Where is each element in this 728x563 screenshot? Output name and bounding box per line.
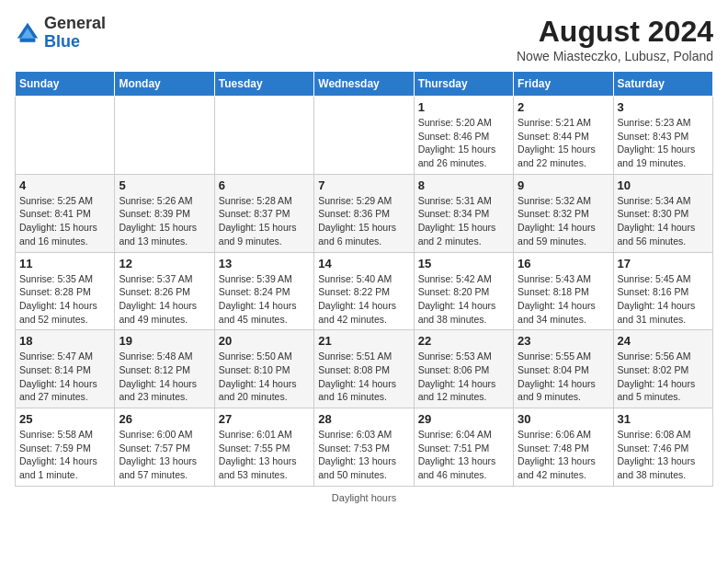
calendar-day xyxy=(214,97,313,175)
calendar-week-4: 18Sunrise: 5:47 AM Sunset: 8:14 PM Dayli… xyxy=(16,330,713,408)
calendar-day: 2Sunrise: 5:21 AM Sunset: 8:44 PM Daylig… xyxy=(514,97,613,175)
logo: General Blue xyxy=(15,15,106,52)
calendar-day: 23Sunrise: 5:55 AM Sunset: 8:04 PM Dayli… xyxy=(514,330,613,408)
calendar-day: 12Sunrise: 5:37 AM Sunset: 8:26 PM Dayli… xyxy=(115,252,214,330)
day-number: 29 xyxy=(418,412,509,426)
day-number: 4 xyxy=(19,178,110,192)
logo-text: General Blue xyxy=(44,15,106,52)
day-header-monday: Monday xyxy=(115,72,214,97)
calendar-header-row: SundayMondayTuesdayWednesdayThursdayFrid… xyxy=(16,72,713,97)
day-detail: Sunrise: 5:31 AM Sunset: 8:34 PM Dayligh… xyxy=(418,194,509,248)
day-detail: Sunrise: 5:56 AM Sunset: 8:02 PM Dayligh… xyxy=(618,350,709,404)
day-number: 7 xyxy=(318,178,409,192)
logo-blue: Blue xyxy=(44,32,80,51)
calendar-day: 8Sunrise: 5:31 AM Sunset: 8:34 PM Daylig… xyxy=(414,174,513,252)
day-number: 5 xyxy=(119,178,210,192)
calendar-day: 14Sunrise: 5:40 AM Sunset: 8:22 PM Dayli… xyxy=(314,252,414,330)
day-detail: Sunrise: 5:51 AM Sunset: 8:08 PM Dayligh… xyxy=(318,350,409,404)
day-detail: Sunrise: 6:08 AM Sunset: 7:46 PM Dayligh… xyxy=(618,428,709,482)
calendar-table: SundayMondayTuesdayWednesdayThursdayFrid… xyxy=(15,71,713,487)
day-detail: Sunrise: 5:40 AM Sunset: 8:22 PM Dayligh… xyxy=(318,272,409,327)
calendar-day: 20Sunrise: 5:50 AM Sunset: 8:10 PM Dayli… xyxy=(214,330,313,408)
calendar-day: 26Sunrise: 6:00 AM Sunset: 7:57 PM Dayli… xyxy=(115,408,214,487)
day-number: 23 xyxy=(518,334,609,348)
calendar-week-2: 4Sunrise: 5:25 AM Sunset: 8:41 PM Daylig… xyxy=(16,174,713,252)
day-detail: Sunrise: 5:20 AM Sunset: 8:46 PM Dayligh… xyxy=(418,116,509,170)
day-number: 16 xyxy=(518,257,609,270)
calendar-day: 19Sunrise: 5:48 AM Sunset: 8:12 PM Dayli… xyxy=(115,330,214,408)
day-number: 9 xyxy=(518,178,609,192)
day-detail: Sunrise: 6:04 AM Sunset: 7:51 PM Dayligh… xyxy=(418,428,509,482)
calendar-day: 10Sunrise: 5:34 AM Sunset: 8:30 PM Dayli… xyxy=(613,174,712,252)
day-detail: Sunrise: 5:55 AM Sunset: 8:04 PM Dayligh… xyxy=(518,350,609,404)
calendar-week-1: 1Sunrise: 5:20 AM Sunset: 8:46 PM Daylig… xyxy=(16,97,713,175)
logo-icon xyxy=(15,20,40,46)
day-number: 21 xyxy=(318,334,409,348)
calendar-day: 9Sunrise: 5:32 AM Sunset: 8:32 PM Daylig… xyxy=(514,174,613,252)
day-detail: Sunrise: 5:43 AM Sunset: 8:18 PM Dayligh… xyxy=(518,272,609,327)
calendar-week-5: 25Sunrise: 5:58 AM Sunset: 7:59 PM Dayli… xyxy=(16,408,713,487)
day-number: 17 xyxy=(618,257,709,270)
day-detail: Sunrise: 5:32 AM Sunset: 8:32 PM Dayligh… xyxy=(518,194,609,248)
day-number: 31 xyxy=(618,412,709,426)
day-number: 10 xyxy=(618,178,709,192)
day-detail: Sunrise: 5:58 AM Sunset: 7:59 PM Dayligh… xyxy=(19,428,110,482)
day-number: 8 xyxy=(418,178,509,192)
day-detail: Sunrise: 5:39 AM Sunset: 8:24 PM Dayligh… xyxy=(219,272,310,327)
day-number: 22 xyxy=(418,334,509,348)
day-detail: Sunrise: 5:35 AM Sunset: 8:28 PM Dayligh… xyxy=(19,272,110,327)
page-header: General Blue August 2024 Nowe Miasteczko… xyxy=(15,15,713,63)
calendar-day: 17Sunrise: 5:45 AM Sunset: 8:16 PM Dayli… xyxy=(613,252,712,330)
calendar-day: 31Sunrise: 6:08 AM Sunset: 7:46 PM Dayli… xyxy=(613,408,712,487)
calendar-day xyxy=(16,97,115,175)
calendar-day: 22Sunrise: 5:53 AM Sunset: 8:06 PM Dayli… xyxy=(414,330,513,408)
day-header-friday: Friday xyxy=(514,72,613,97)
location: Nowe Miasteczko, Lubusz, Poland xyxy=(517,49,713,63)
day-detail: Sunrise: 6:06 AM Sunset: 7:48 PM Dayligh… xyxy=(518,428,609,482)
day-detail: Sunrise: 5:29 AM Sunset: 8:36 PM Dayligh… xyxy=(318,194,409,248)
calendar-day: 6Sunrise: 5:28 AM Sunset: 8:37 PM Daylig… xyxy=(214,174,313,252)
day-detail: Sunrise: 6:03 AM Sunset: 7:53 PM Dayligh… xyxy=(318,428,409,482)
day-number: 12 xyxy=(119,257,210,270)
calendar-day: 30Sunrise: 6:06 AM Sunset: 7:48 PM Dayli… xyxy=(514,408,613,487)
calendar-day xyxy=(314,97,414,175)
day-number: 13 xyxy=(219,257,310,270)
day-detail: Sunrise: 5:25 AM Sunset: 8:41 PM Dayligh… xyxy=(19,194,110,248)
day-number: 18 xyxy=(19,334,110,348)
day-number: 20 xyxy=(219,334,310,348)
calendar-day: 18Sunrise: 5:47 AM Sunset: 8:14 PM Dayli… xyxy=(16,330,115,408)
footer-note: Daylight hours xyxy=(15,492,713,503)
calendar-day: 29Sunrise: 6:04 AM Sunset: 7:51 PM Dayli… xyxy=(414,408,513,487)
day-header-sunday: Sunday xyxy=(16,72,115,97)
day-number: 28 xyxy=(318,412,409,426)
day-number: 27 xyxy=(219,412,310,426)
calendar-day: 13Sunrise: 5:39 AM Sunset: 8:24 PM Dayli… xyxy=(214,252,313,330)
day-detail: Sunrise: 5:37 AM Sunset: 8:26 PM Dayligh… xyxy=(119,272,210,327)
calendar-day: 1Sunrise: 5:20 AM Sunset: 8:46 PM Daylig… xyxy=(414,97,513,175)
day-detail: Sunrise: 6:01 AM Sunset: 7:55 PM Dayligh… xyxy=(219,428,310,482)
day-number: 30 xyxy=(518,412,609,426)
calendar-day: 7Sunrise: 5:29 AM Sunset: 8:36 PM Daylig… xyxy=(314,174,414,252)
day-number: 3 xyxy=(618,100,709,114)
month-year: August 2024 xyxy=(517,15,713,49)
day-header-saturday: Saturday xyxy=(613,72,712,97)
calendar-day: 28Sunrise: 6:03 AM Sunset: 7:53 PM Dayli… xyxy=(314,408,414,487)
day-detail: Sunrise: 5:45 AM Sunset: 8:16 PM Dayligh… xyxy=(618,272,709,327)
day-number: 26 xyxy=(119,412,210,426)
day-number: 14 xyxy=(318,257,409,270)
day-number: 25 xyxy=(19,412,110,426)
day-detail: Sunrise: 5:23 AM Sunset: 8:43 PM Dayligh… xyxy=(618,116,709,170)
logo-general: General xyxy=(44,14,106,32)
day-detail: Sunrise: 5:26 AM Sunset: 8:39 PM Dayligh… xyxy=(119,194,210,248)
day-header-wednesday: Wednesday xyxy=(314,72,414,97)
calendar-week-3: 11Sunrise: 5:35 AM Sunset: 8:28 PM Dayli… xyxy=(16,252,713,330)
calendar-day: 16Sunrise: 5:43 AM Sunset: 8:18 PM Dayli… xyxy=(514,252,613,330)
day-number: 24 xyxy=(618,334,709,348)
day-number: 2 xyxy=(518,100,609,114)
day-number: 19 xyxy=(119,334,210,348)
day-number: 6 xyxy=(219,178,310,192)
day-detail: Sunrise: 5:34 AM Sunset: 8:30 PM Dayligh… xyxy=(618,194,709,248)
day-detail: Sunrise: 5:21 AM Sunset: 8:44 PM Dayligh… xyxy=(518,116,609,170)
calendar-day: 27Sunrise: 6:01 AM Sunset: 7:55 PM Dayli… xyxy=(214,408,313,487)
title-block: August 2024 Nowe Miasteczko, Lubusz, Pol… xyxy=(517,15,713,63)
